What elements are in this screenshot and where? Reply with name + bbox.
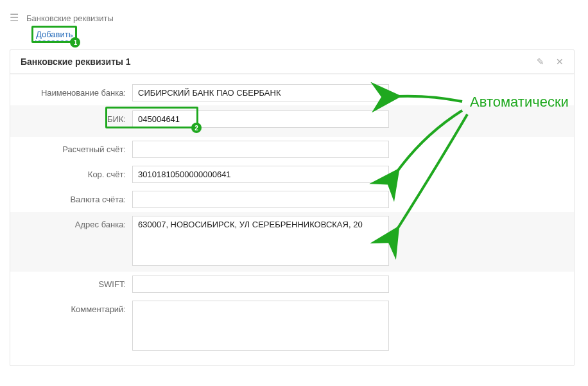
bank-name-label: Наименование банка:	[23, 84, 132, 98]
swift-input[interactable]	[132, 276, 389, 293]
corr-label: Кор. счёт:	[23, 166, 132, 179]
comment-input[interactable]	[132, 301, 389, 351]
bank-name-input[interactable]	[132, 84, 389, 101]
address-input[interactable]	[132, 216, 389, 266]
bik-label: БИК:	[23, 110, 132, 124]
menu-icon[interactable]: ☰	[10, 13, 19, 23]
account-input[interactable]	[132, 141, 389, 158]
currency-label: Валюта счёта:	[23, 191, 132, 204]
address-label: Адрес банка:	[23, 216, 132, 229]
corr-input[interactable]	[132, 166, 389, 183]
bik-input[interactable]	[132, 110, 389, 128]
comment-label: Комментарий:	[23, 301, 132, 314]
page-title: Банковские реквизиты	[26, 13, 114, 23]
add-button[interactable]: Добавить	[35, 28, 73, 41]
close-icon[interactable]: ✕	[556, 57, 564, 67]
edit-icon[interactable]: ✎	[537, 57, 544, 67]
currency-input[interactable]	[132, 191, 389, 208]
swift-label: SWIFT:	[23, 276, 132, 289]
account-label: Расчетный счёт:	[23, 141, 132, 154]
bank-details-panel: Банковские реквизиты 1 ✎ ✕ Наименование …	[10, 49, 575, 366]
panel-title: Банковские реквизиты 1	[21, 57, 131, 67]
